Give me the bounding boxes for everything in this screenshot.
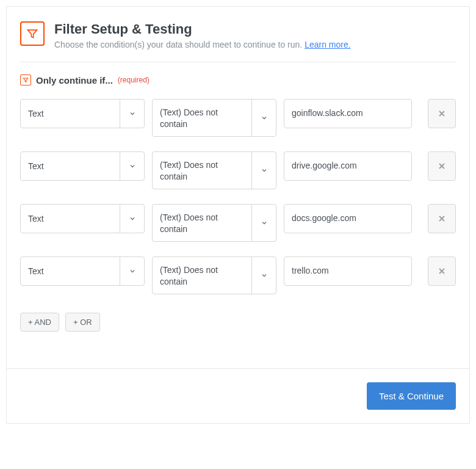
section-label: Only continue if... (required) xyxy=(20,75,456,85)
header-text: Filter Setup & Testing Choose the condit… xyxy=(54,21,456,49)
filter-rows: Text (Text) Does not contain goinflow.sl… xyxy=(20,99,456,294)
remove-button[interactable] xyxy=(428,151,456,181)
filter-row: Text (Text) Does not contain trello.com xyxy=(20,256,456,294)
chevron-down-icon[interactable] xyxy=(120,205,144,233)
value-input[interactable]: trello.com xyxy=(284,256,412,286)
chevron-down-icon[interactable] xyxy=(120,257,144,285)
filter-icon xyxy=(20,21,45,46)
filter-row: Text (Text) Does not contain drive.googl… xyxy=(20,151,456,189)
condition-select[interactable]: (Text) Does not contain xyxy=(152,99,276,137)
field-select[interactable]: Text xyxy=(20,256,145,286)
filter-row: Text (Text) Does not contain docs.google… xyxy=(20,204,456,242)
remove-button[interactable] xyxy=(428,256,456,286)
field-select[interactable]: Text xyxy=(20,204,145,233)
condition-select[interactable]: (Text) Does not contain xyxy=(152,151,276,189)
condition-select[interactable]: (Text) Does not contain xyxy=(152,204,276,242)
value-input[interactable]: drive.google.com xyxy=(284,151,412,181)
chevron-down-icon[interactable] xyxy=(120,152,144,180)
filter-row: Text (Text) Does not contain goinflow.sl… xyxy=(20,99,456,137)
conditions-section: Only continue if... (required) Text (Tex… xyxy=(20,62,456,332)
chevron-down-icon[interactable] xyxy=(251,205,276,241)
learn-more-link[interactable]: Learn more. xyxy=(305,40,350,49)
field-select[interactable]: Text xyxy=(20,99,145,128)
remove-button[interactable] xyxy=(428,99,456,128)
footer: Test & Continue xyxy=(7,368,469,423)
header: Filter Setup & Testing Choose the condit… xyxy=(20,21,456,62)
add-and-button[interactable]: + AND xyxy=(20,313,59,332)
section-label-text: Only continue if... xyxy=(36,75,113,85)
test-continue-button[interactable]: Test & Continue xyxy=(367,382,456,410)
chevron-down-icon[interactable] xyxy=(251,100,276,136)
filter-icon-small xyxy=(20,75,31,85)
logic-buttons: + AND + OR xyxy=(20,313,456,332)
value-input[interactable]: docs.google.com xyxy=(284,204,412,233)
chevron-down-icon[interactable] xyxy=(251,152,276,189)
page-subtitle: Choose the condition(s) your data should… xyxy=(54,40,456,49)
filter-panel: Filter Setup & Testing Choose the condit… xyxy=(6,6,470,424)
add-or-button[interactable]: + OR xyxy=(65,313,100,332)
page-title: Filter Setup & Testing xyxy=(54,21,456,37)
remove-button[interactable] xyxy=(428,204,456,233)
field-select[interactable]: Text xyxy=(20,151,145,181)
required-label: (required) xyxy=(118,76,150,84)
value-input[interactable]: goinflow.slack.com xyxy=(284,99,412,128)
chevron-down-icon[interactable] xyxy=(120,100,144,128)
condition-select[interactable]: (Text) Does not contain xyxy=(152,256,276,294)
chevron-down-icon[interactable] xyxy=(251,257,276,294)
